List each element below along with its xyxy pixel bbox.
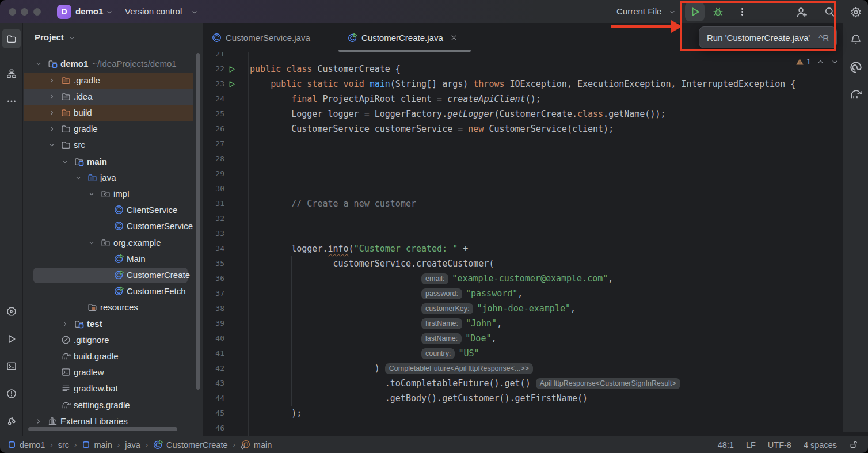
tool-strip-button-gradle-elephant[interactable] (846, 84, 866, 104)
line-number-42[interactable]: 42 (203, 361, 224, 376)
tool-strip-button-problems[interactable] (2, 384, 21, 403)
tree-item-.idea[interactable]: .idea (23, 89, 203, 105)
code-line-36[interactable]: email:"example-customer@example.com", (250, 271, 613, 286)
tree-item-resources[interactable]: resources (23, 299, 203, 315)
tree-item-CustomerFetch[interactable]: CustomerFetch (23, 283, 203, 299)
project-selector[interactable]: demo1 (75, 0, 103, 23)
line-number-43[interactable]: 43 (203, 376, 224, 391)
caret-position-widget[interactable]: 48:1 (718, 440, 734, 450)
tool-strip-button-ai-assistant[interactable] (846, 58, 866, 77)
breadcrumb-src[interactable]: src (58, 440, 69, 450)
code-line-34[interactable]: logger.info("Customer created: " + (250, 241, 468, 256)
run-line-icon[interactable] (227, 80, 236, 89)
settings-button[interactable] (846, 2, 866, 21)
tree-item-CustomerService[interactable]: CustomerService (23, 218, 203, 234)
tool-strip-button-run[interactable] (2, 329, 21, 349)
code-line-35[interactable]: customerService.createCustomer( (250, 256, 494, 271)
inspection-widget[interactable]: 1 (795, 57, 839, 66)
tree-item-java[interactable]: java (23, 170, 203, 186)
tree-chevron-right-icon[interactable] (35, 418, 42, 425)
tab-close-icon[interactable] (450, 33, 458, 42)
tree-chevron-right-icon[interactable] (48, 93, 55, 100)
line-number-36[interactable]: 36 (203, 271, 224, 286)
tree-item-gradlew[interactable]: gradlew (23, 364, 203, 380)
tree-item-CustomerCreate[interactable]: CustomerCreate (23, 267, 203, 283)
project-tree-vertical-scrollbar[interactable] (196, 53, 200, 390)
code-line-44[interactable]: .getBody().getCustomer().getFirstName() (250, 391, 588, 406)
tree-item-gradlew.bat[interactable]: gradlew.bat (23, 380, 203, 397)
line-number-29[interactable]: 29 (203, 166, 224, 181)
line-separator-widget[interactable]: LF (746, 440, 756, 450)
line-number-39[interactable]: 39 (203, 316, 224, 331)
tool-strip-button-version-control[interactable] (2, 411, 21, 431)
line-number-46[interactable]: 46 (203, 421, 224, 436)
code-line-41[interactable]: country:"US" (250, 346, 479, 361)
line-number-23[interactable]: 23 (203, 77, 224, 92)
code-line-23[interactable]: public static void main(String[] args) t… (250, 77, 795, 92)
tree-chevron-right-icon[interactable] (48, 125, 55, 132)
tree-chevron-down-icon[interactable] (35, 60, 42, 67)
code-line-31[interactable]: // Create a new customer (250, 196, 416, 211)
line-number-35[interactable]: 35 (203, 256, 224, 271)
line-number-45[interactable]: 45 (203, 406, 224, 421)
code-line-39[interactable]: firstName:"John", (250, 316, 502, 331)
tree-item-build[interactable]: build (23, 105, 203, 121)
tree-item-gradle[interactable]: gradle (23, 121, 203, 137)
line-number-44[interactable]: 44 (203, 391, 224, 406)
line-number-24[interactable]: 24 (203, 92, 224, 106)
project-tree-horizontal-scrollbar[interactable] (28, 427, 177, 431)
code-line-43[interactable]: .toCompletableFuture().get() ApiHttpResp… (250, 376, 680, 391)
tree-chevron-down-icon[interactable] (75, 174, 82, 181)
line-number-22[interactable]: 22 (203, 62, 224, 77)
tree-chevron-right-icon[interactable] (62, 321, 68, 328)
run-line-icon[interactable] (227, 65, 236, 74)
tree-item-test[interactable]: test (23, 316, 203, 332)
code-line-45[interactable]: ); (250, 406, 302, 421)
line-number-26[interactable]: 26 (203, 121, 224, 136)
tree-item-main[interactable]: main (23, 154, 203, 170)
line-number-32[interactable]: 32 (203, 211, 224, 226)
code-line-22[interactable]: public class CustomerCreate { (250, 62, 401, 77)
next-problem-button[interactable] (831, 58, 839, 66)
vcs-widget[interactable]: Version control (125, 0, 182, 23)
code-line-38[interactable]: customerKey:"john-doe-example", (250, 301, 576, 316)
code-editor[interactable]: 2122public class CustomerCreate {23 publ… (203, 52, 843, 436)
line-number-34[interactable]: 34 (203, 241, 224, 256)
run-configuration-selector[interactable]: Current File (616, 0, 661, 23)
tree-item-.gitignore[interactable]: .gitignore (23, 332, 203, 348)
tool-strip-button-services[interactable] (2, 302, 21, 321)
tree-chevron-right-icon[interactable] (48, 109, 55, 116)
code-line-40[interactable]: lastName:"Doe", (250, 331, 496, 346)
tree-item-Main[interactable]: Main (23, 251, 203, 267)
tree-item-demo1[interactable]: demo1~/IdeaProjects/demo1 (23, 56, 203, 72)
editor-tab-CustomerCreate.java[interactable]: CustomerCreate.java (338, 23, 471, 52)
tree-item-impl[interactable]: impl (23, 186, 203, 202)
indent-widget[interactable]: 4 spaces (804, 440, 837, 450)
breadcrumb-demo1[interactable]: demo1 (7, 440, 45, 450)
tool-strip-button-structure[interactable] (2, 64, 21, 83)
breadcrumb-main[interactable]: main (241, 440, 272, 450)
breadcrumb-CustomerCreate[interactable]: CustomerCreate (153, 440, 227, 450)
tree-item-ClientService[interactable]: ClientService (23, 202, 203, 218)
previous-problem-button[interactable] (817, 58, 824, 66)
code-line-25[interactable]: Logger logger = LoggerFactory.getLogger(… (250, 106, 665, 121)
window-zoom-button[interactable] (33, 8, 41, 16)
line-number-37[interactable]: 37 (203, 286, 224, 301)
tree-item-.gradle[interactable]: .gradle (23, 73, 203, 89)
tree-item-settings.gradle[interactable]: settings.gradle (23, 397, 203, 413)
line-number-28[interactable]: 28 (203, 151, 224, 166)
line-number-30[interactable]: 30 (203, 181, 224, 196)
line-number-38[interactable]: 38 (203, 301, 224, 316)
tree-chevron-down-icon[interactable] (88, 239, 95, 246)
tree-chevron-down-icon[interactable] (48, 142, 55, 149)
editor-tab-CustomerService.java[interactable]: CustomerService.java (203, 23, 338, 52)
tree-item-src[interactable]: src (23, 137, 203, 153)
project-panel-header[interactable]: Project (23, 23, 203, 52)
line-number-25[interactable]: 25 (203, 106, 224, 121)
tree-chevron-down-icon[interactable] (88, 191, 95, 197)
code-line-42[interactable]: ) CompletableFuture<ApiHttpResponse<...>… (250, 361, 533, 376)
line-number-33[interactable]: 33 (203, 226, 224, 241)
window-close-button[interactable] (9, 8, 16, 16)
breadcrumb-java[interactable]: java (125, 440, 140, 450)
tree-chevron-down-icon[interactable] (62, 158, 68, 165)
